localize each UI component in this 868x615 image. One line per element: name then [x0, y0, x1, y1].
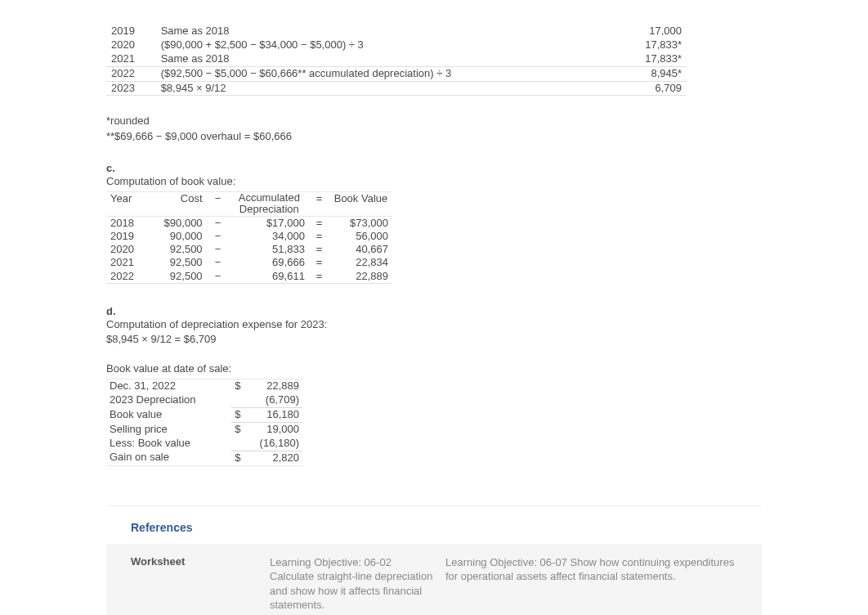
section-d-label: d. — [106, 305, 762, 317]
dep-year: 2021 — [106, 52, 156, 66]
section-d-calc: $8,945 × 9/12 = $6,709 — [106, 332, 762, 347]
footnote-overhaul: **$69,666 − $9,000 overhaul = $60,666 — [106, 129, 762, 144]
section-c-title: Computation of book value: — [106, 174, 762, 189]
bv-cost: $90,000 — [151, 216, 207, 230]
sale-amount: 19,000 — [248, 423, 302, 437]
section-d-title: Computation of depreciation expense for … — [106, 317, 762, 332]
bv-val: $73,000 — [329, 216, 392, 230]
references-obj-0602: Learning Objective: 06-02 Calculate stra… — [270, 555, 445, 613]
dep-year: 2023 — [106, 81, 156, 96]
bv-acc: 69,611 — [230, 270, 309, 284]
sale-dollar: $ — [231, 379, 248, 393]
bv-cost: 92,500 — [151, 270, 207, 284]
footnotes: *rounded **$69,666 − $9,000 overhaul = $… — [106, 114, 762, 143]
bv-eq: = — [309, 243, 329, 256]
dep-value: 17,833* — [575, 52, 687, 66]
section-d: d. Computation of depreciation expense f… — [106, 305, 762, 466]
dep-value: 6,709 — [575, 81, 687, 96]
book-value-table: Year Cost − Accumulated Depreciation = B… — [106, 191, 392, 284]
bv-eq: = — [309, 270, 329, 284]
depreciation-schedule-table: 2019Same as 201817,0002020($90,000 + $2,… — [106, 25, 687, 96]
page-content: 2019Same as 201817,0002020($90,000 + $2,… — [0, 0, 868, 615]
bv-eq: = — [309, 216, 329, 230]
section-c: c. Computation of book value: Year Cost … — [106, 162, 762, 284]
bv-eq: = — [309, 256, 329, 269]
dep-value: 17,833* — [575, 38, 687, 52]
sale-dollar: $ — [231, 408, 248, 423]
sale-label: Less: Book value — [106, 437, 231, 451]
sale-label: Book value — [106, 408, 231, 423]
references-obj-0607: Learning Objective: 06-07 Show how conti… — [445, 555, 737, 613]
bv-hdr-year: Year — [106, 192, 151, 217]
sale-dollar: $ — [231, 423, 248, 437]
dep-desc: $8,945 × 9/12 — [156, 81, 575, 96]
sale-amount: (6,709) — [248, 393, 302, 407]
sale-table: Dec. 31, 2022$22,8892023 Depreciation(6,… — [106, 379, 302, 465]
bv-val: 40,667 — [329, 243, 392, 256]
bv-minus: − — [207, 256, 230, 269]
bv-val: 22,834 — [329, 256, 392, 269]
sale-amount: (16,180) — [248, 437, 302, 451]
dep-value: 8,945* — [575, 66, 687, 81]
bv-cost: 92,500 — [151, 256, 207, 269]
bv-minus: − — [207, 270, 230, 284]
bv-year: 2022 — [106, 270, 151, 284]
sale-label: Gain on sale — [106, 451, 231, 465]
sale-label: 2023 Depreciation — [106, 393, 231, 407]
sale-label: Selling price — [106, 423, 231, 437]
dep-desc: ($92,500 − $5,000 − $60,666** accumulate… — [156, 66, 575, 81]
dep-value: 17,000 — [575, 25, 687, 38]
sale-amount: 2,820 — [248, 451, 302, 465]
references-body: Worksheet Learning Objective: 06-02 Calc… — [106, 544, 762, 615]
section-c-label: c. — [106, 162, 762, 174]
sale-dollar — [231, 437, 248, 451]
bv-hdr-cost: Cost — [151, 192, 207, 217]
sale-dollar: $ — [231, 451, 248, 465]
references-title: References — [106, 516, 762, 544]
bv-hdr-eq: = — [309, 192, 329, 217]
bv-minus: − — [207, 243, 230, 256]
section-d-bv-title: Book value at date of sale: — [106, 361, 762, 376]
bv-minus: − — [207, 216, 230, 230]
sale-label: Dec. 31, 2022 — [106, 379, 231, 393]
references-block: References Worksheet Learning Objective:… — [106, 505, 762, 615]
bv-year: 2019 — [106, 230, 151, 243]
bv-hdr-minus: − — [207, 192, 230, 217]
sale-amount: 22,889 — [248, 379, 302, 393]
sale-amount: 16,180 — [248, 408, 302, 423]
dep-desc: Same as 2018 — [156, 25, 575, 38]
bv-cost: 90,000 — [151, 230, 207, 243]
dep-desc: Same as 2018 — [156, 52, 575, 66]
dep-desc: ($90,000 + $2,500 − $34,000 − $5,000) ÷ … — [156, 38, 575, 52]
bv-year: 2021 — [106, 256, 151, 269]
bv-year: 2020 — [106, 243, 151, 256]
dep-year: 2022 — [106, 66, 156, 81]
bv-year: 2018 — [106, 216, 151, 230]
bv-cost: 92,500 — [151, 243, 207, 256]
bv-minus: − — [207, 230, 230, 243]
bv-eq: = — [309, 230, 329, 243]
footnote-rounded: *rounded — [106, 114, 762, 128]
references-worksheet: Worksheet — [131, 555, 270, 613]
sale-dollar — [231, 393, 248, 407]
bv-hdr-acc: Accumulated Depreciation — [230, 192, 309, 217]
bv-acc: 69,666 — [230, 256, 309, 269]
bv-acc: 51,833 — [230, 243, 309, 256]
dep-year: 2020 — [106, 38, 156, 52]
bv-hdr-bv: Book Value — [329, 192, 392, 217]
bv-acc: 34,000 — [230, 230, 309, 243]
bv-val: 56,000 — [329, 230, 392, 243]
bv-acc: $17,000 — [230, 216, 309, 230]
bv-val: 22,889 — [329, 270, 392, 284]
dep-year: 2019 — [106, 25, 156, 38]
